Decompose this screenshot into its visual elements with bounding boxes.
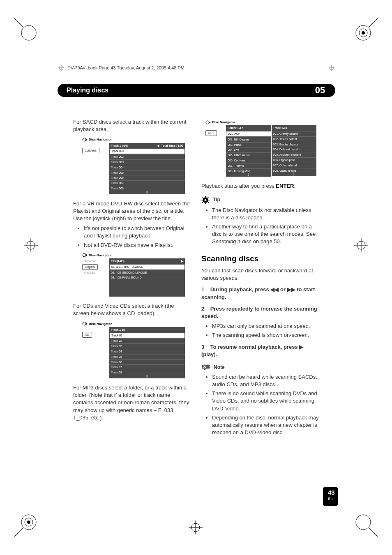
enter-label: ENTER	[276, 183, 294, 189]
tip-header: Tip	[201, 196, 319, 204]
list-item: Track 01	[109, 333, 185, 339]
list-item: 007. Outernational	[272, 163, 317, 168]
list-item: Track 001	[109, 148, 185, 154]
list-item: Track 03	[109, 343, 185, 349]
bullet-item: It's not possible to switch between Orig…	[84, 225, 191, 240]
bullet-item: Another way to find a particular place o…	[212, 223, 319, 246]
panel-label: Disc Navigator	[89, 322, 112, 326]
play-arrow-icon: ▶	[181, 259, 183, 263]
svg-rect-35	[208, 197, 209, 198]
svg-point-0	[21, 25, 36, 40]
list-item: 03. 4/29 FINAL ROUND	[109, 275, 185, 280]
note-icon	[201, 364, 210, 371]
text: Another way to find a particular place o…	[212, 223, 316, 237]
chapter-title: Playing discs	[58, 84, 123, 97]
list-item: Track 07	[109, 364, 185, 370]
col-head: Track 1-10	[111, 328, 125, 332]
text: or	[279, 286, 287, 292]
text: on page 50.	[251, 238, 281, 244]
side-selected: MP3	[205, 130, 217, 136]
svg-rect-36	[202, 202, 203, 203]
list-item: Track 002	[109, 154, 185, 159]
registration-mark-top-left	[12, 16, 37, 41]
list-item: 005. Accident incident	[272, 152, 317, 157]
svg-rect-34	[208, 202, 209, 203]
diamond-icon: ◆	[157, 144, 159, 147]
disc-navigator-dvdrw: Disc Navigator DVD-RW Original Play List…	[82, 253, 185, 297]
registration-mark-bottom-right	[355, 514, 380, 539]
paragraph: For a VR mode DVD-RW disc select between…	[73, 200, 191, 223]
col-head: Track(1-014)	[111, 144, 128, 148]
paragraph: For MP3 discs select a folder, or a trac…	[73, 384, 191, 421]
panel-label: Disc Navigator	[89, 137, 112, 142]
disc-navigator-icon	[82, 322, 87, 326]
side-selected: Original	[82, 264, 98, 270]
bullet-item: Not all DVD-RW discs have a Playlist.	[84, 242, 191, 249]
svg-rect-33	[202, 197, 203, 198]
col-head: Track 1-10	[273, 126, 287, 130]
tip-label: Tip	[213, 196, 220, 203]
paragraph: For SACD discs select a track within the…	[73, 118, 191, 133]
right-column: Disc Navigator MP3 Folder 1-17 001. ACP …	[201, 116, 319, 493]
bullet-item: The Disc Navigator is not available unle…	[212, 207, 319, 221]
list-item: Track 02	[109, 338, 185, 343]
registration-mark-bottom	[189, 520, 203, 534]
list-item: Track 06	[109, 359, 185, 365]
list-item: 02. 4/28 SECOND LEAGUE	[109, 270, 185, 275]
side-item: Play List	[82, 270, 109, 276]
fastforward-icon: ▶▶	[287, 286, 295, 292]
registration-mark-right	[354, 238, 368, 252]
panel-label: Disc Navigator	[212, 120, 235, 124]
step-number: 2	[201, 306, 204, 312]
left-column: For SACD discs select a track within the…	[73, 116, 191, 493]
list-item: 01. 3/31 FIRST LEAGUE	[109, 264, 185, 270]
list-item: 002. Nth Degree	[226, 137, 271, 142]
page-number-value: 43	[328, 489, 335, 496]
scroll-arrow-icon: ⇩	[109, 191, 185, 194]
play-icon: ▶	[299, 344, 303, 350]
page-number: 43 En	[323, 487, 338, 506]
svg-point-26	[206, 121, 209, 124]
gear-icon	[201, 196, 210, 204]
paragraph: Playback starts after you press ENTER.	[201, 182, 319, 190]
step-number: 3	[201, 344, 204, 350]
disc-navigator-icon	[205, 120, 210, 124]
text: Press repeatedly to increase the scannin…	[201, 306, 317, 319]
print-header: DV-79AVi.book Page 43 Tuesday, August 2,…	[58, 65, 334, 71]
list-item: Track 006	[109, 175, 185, 180]
registration-mark-bottom-left	[12, 514, 37, 539]
reference-title: Searching a disc	[212, 238, 251, 244]
list-item: 006. Pigeon post	[272, 157, 317, 163]
bullet-item: Depending on the disc, normal playback m…	[212, 414, 319, 437]
text: (play).	[201, 351, 217, 357]
svg-point-6	[27, 520, 30, 524]
svg-rect-31	[201, 200, 203, 200]
disc-navigator-mp3: Disc Navigator MP3 Folder 1-17 001. ACP …	[205, 120, 316, 177]
text: .	[294, 183, 295, 189]
disc-navigator-sacd: Disc Navigator 2ch Area Track(1-014) ◆ T…	[82, 137, 185, 194]
svg-point-25	[83, 322, 86, 325]
svg-point-24	[83, 253, 86, 257]
note-label: Note	[214, 364, 225, 371]
list-item: 006. CodHead	[226, 158, 271, 163]
col-head-right: Total Time 73.05	[161, 144, 183, 147]
header-reg-icon	[58, 65, 64, 71]
step-2: 2 Press repeatedly to increase the scann…	[201, 305, 319, 320]
list-item: Track 007	[109, 180, 185, 186]
disc-navigator-icon	[82, 138, 87, 142]
list-item: Track 003	[109, 159, 185, 165]
svg-point-3	[362, 31, 365, 35]
list-item: 007. Thermo	[226, 163, 271, 168]
svg-point-23	[83, 138, 86, 141]
bullet-item: Sound can be heard while scanning SACDs,…	[212, 373, 319, 388]
list-item: Track 004	[109, 165, 185, 170]
page-language: En	[328, 497, 333, 501]
scroll-arrow-icon: ⇩	[109, 375, 185, 378]
header-reg-icon-right	[329, 65, 334, 71]
list-item: 001. Gravity deluxe	[272, 131, 317, 136]
list-item: 003. Border dispute	[272, 142, 317, 147]
disc-navigator-icon	[82, 253, 87, 257]
list-item: Track 005	[109, 170, 185, 175]
list-item: 004. Delayed by rain	[272, 147, 317, 152]
registration-mark-top-right	[355, 16, 380, 41]
